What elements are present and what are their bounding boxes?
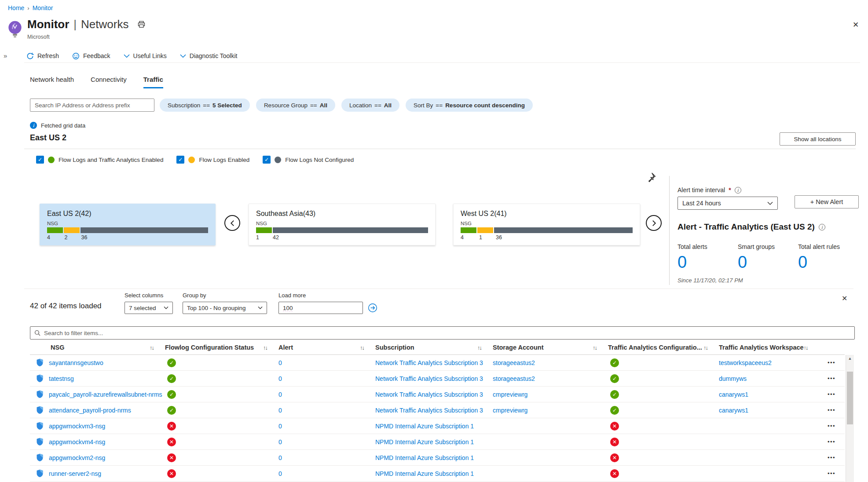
- ip-address-search-input[interactable]: [30, 99, 154, 112]
- filter-pill[interactable]: Sort By == Resource count descending: [406, 99, 533, 112]
- alert-count-link[interactable]: 0: [278, 407, 282, 414]
- row-context-menu-icon[interactable]: •••: [828, 375, 835, 382]
- sort-icon[interactable]: ↑↓: [263, 344, 267, 351]
- row-context-menu-icon[interactable]: •••: [828, 423, 835, 429]
- tab-connectivity[interactable]: Connectivity: [91, 76, 127, 88]
- vertical-scrollbar[interactable]: ▲: [846, 355, 854, 482]
- new-alert-button[interactable]: + New Alert: [795, 195, 859, 208]
- column-header[interactable]: Alert ↑↓: [278, 344, 375, 351]
- row-context-menu-icon[interactable]: •••: [828, 470, 835, 477]
- row-context-menu-icon[interactable]: •••: [828, 391, 835, 398]
- nsg-link[interactable]: appgwmockvm3-nsg: [49, 423, 105, 430]
- ta-workspace-link[interactable]: testworkspaceeus2: [719, 359, 772, 366]
- nsg-status-bar: [47, 227, 208, 233]
- tab-traffic[interactable]: Traffic: [143, 76, 163, 88]
- alert-time-interval-dropdown[interactable]: Last 24 hours: [678, 197, 778, 210]
- checkbox-checked-icon[interactable]: ✓: [36, 156, 44, 164]
- load-more-input[interactable]: [278, 302, 363, 314]
- filter-pill[interactable]: Location == All: [341, 99, 399, 112]
- alert-count-link[interactable]: 0: [278, 438, 282, 445]
- nsg-shield-icon: [36, 374, 44, 383]
- scroll-up-icon[interactable]: ▲: [846, 356, 854, 361]
- subscription-link[interactable]: Network Traffic Analytics Subscription 3: [375, 407, 483, 414]
- row-context-menu-icon[interactable]: •••: [828, 359, 835, 366]
- ta-workspace-link[interactable]: canaryws1: [719, 391, 748, 398]
- filter-pill[interactable]: Subscription == 5 Selected: [160, 99, 250, 112]
- checkbox-checked-icon[interactable]: ✓: [176, 156, 184, 164]
- sort-icon[interactable]: ↑↓: [477, 344, 481, 351]
- toolbar-button[interactable]: Refresh: [26, 52, 59, 60]
- toolbar-button[interactable]: Diagnostic Toolkit: [180, 52, 238, 59]
- alert-count-link[interactable]: 0: [278, 391, 282, 398]
- sort-icon[interactable]: ↑↓: [703, 344, 707, 351]
- subscription-link[interactable]: Network Traffic Analytics Subscription 3: [375, 359, 483, 366]
- subscription-link[interactable]: NPMD Internal Azure Subscription 1: [375, 423, 474, 430]
- close-icon[interactable]: ✕: [853, 20, 859, 29]
- close-icon[interactable]: ✕: [842, 294, 847, 303]
- location-card[interactable]: West US 2(41) NSG 4136: [453, 204, 640, 245]
- print-icon[interactable]: [137, 20, 146, 29]
- filter-pill[interactable]: Resource Group == All: [256, 99, 335, 112]
- checkbox-checked-icon[interactable]: ✓: [263, 156, 271, 164]
- column-header[interactable]: Flowlog Configuration Status ↑↓: [165, 344, 278, 351]
- nsg-link[interactable]: attendance_payroll-prod-nrms: [49, 407, 131, 414]
- group-by-dropdown[interactable]: Top 100 - No grouping: [183, 302, 267, 314]
- storage-account-link[interactable]: cmpreviewrg: [493, 391, 527, 398]
- row-context-menu-icon[interactable]: •••: [828, 438, 835, 445]
- info-icon[interactable]: i: [735, 187, 741, 194]
- sort-icon[interactable]: ↑↓: [804, 344, 808, 351]
- sort-icon[interactable]: ↑↓: [150, 344, 154, 351]
- legend-item[interactable]: ✓ Flow Logs Enabled: [176, 156, 249, 164]
- nsg-link[interactable]: tatestnsg: [49, 375, 74, 382]
- nsg-link[interactable]: appgwmockvm4-nsg: [49, 438, 105, 445]
- ta-workspace-link[interactable]: dummyws: [719, 375, 747, 382]
- storage-account-link[interactable]: cmpreviewrg: [493, 407, 527, 414]
- subscription-link[interactable]: Network Traffic Analytics Subscription 3: [375, 375, 483, 382]
- location-card[interactable]: East US 2(42) NSG 4236: [40, 204, 216, 245]
- column-header[interactable]: Traffic Analytics Workspace ↑↓: [719, 344, 818, 351]
- nsg-link[interactable]: appgwmockvm2-nsg: [49, 454, 105, 461]
- nsg-link[interactable]: runner-server2-nsg: [49, 470, 101, 477]
- subscription-link[interactable]: NPMD Internal Azure Subscription 1: [375, 454, 474, 461]
- alert-count-link[interactable]: 0: [278, 454, 282, 461]
- location-card[interactable]: Southeast Asia(43) NSG 142: [249, 204, 436, 245]
- tab-network-health[interactable]: Network health: [30, 76, 74, 88]
- row-context-menu-icon[interactable]: •••: [828, 407, 835, 413]
- breadcrumb-monitor-link[interactable]: Monitor: [33, 4, 53, 11]
- nsg-link[interactable]: sayantannsgeustwo: [49, 359, 103, 366]
- segment-count: 2: [64, 234, 80, 241]
- column-header[interactable]: Subscription ↑↓: [375, 344, 493, 351]
- alert-count-link[interactable]: 0: [278, 470, 282, 477]
- legend-item[interactable]: ✓ Flow Logs and Traffic Analytics Enable…: [36, 156, 163, 164]
- toolbar-button[interactable]: Useful Links: [124, 52, 167, 59]
- carousel-next-button[interactable]: [646, 215, 662, 231]
- subscription-link[interactable]: NPMD Internal Azure Subscription 1: [375, 470, 474, 477]
- nsg-link[interactable]: paycalc_payroll-azurefirewallsubnet-nrms: [49, 391, 162, 398]
- column-header[interactable]: Storage Account ↑↓: [493, 344, 608, 351]
- storage-account-link[interactable]: storageeastus2: [493, 359, 535, 366]
- carousel-previous-button[interactable]: [224, 215, 240, 231]
- alert-count-link[interactable]: 0: [278, 423, 282, 430]
- sort-icon[interactable]: ↑↓: [593, 344, 597, 351]
- alert-count-link[interactable]: 0: [278, 375, 282, 382]
- select-columns-dropdown[interactable]: 7 selected: [125, 302, 173, 314]
- alert-count-link[interactable]: 0: [278, 359, 282, 366]
- row-context-menu-icon[interactable]: •••: [828, 454, 835, 461]
- subscription-link[interactable]: Network Traffic Analytics Subscription 3: [375, 391, 483, 398]
- breadcrumb-home-link[interactable]: Home: [8, 4, 24, 11]
- toolbar-button[interactable]: Feedback: [72, 52, 110, 60]
- load-more-go-icon[interactable]: [368, 303, 377, 314]
- column-header[interactable]: NSG ↑↓: [30, 344, 165, 351]
- sort-icon[interactable]: ↑↓: [360, 344, 364, 351]
- legend-item[interactable]: ✓ Flow Logs Not Configured: [263, 156, 354, 164]
- subscription-link[interactable]: NPMD Internal Azure Subscription 1: [375, 438, 474, 445]
- expand-sidebar-icon[interactable]: »: [4, 52, 7, 59]
- pin-icon[interactable]: [645, 172, 657, 185]
- table-filter-input[interactable]: [44, 330, 850, 336]
- show-all-locations-button[interactable]: Show all locations: [780, 132, 856, 146]
- column-header[interactable]: Traffic Analytics Configuratio... ↑↓: [608, 344, 719, 351]
- info-icon[interactable]: i: [819, 224, 825, 230]
- scrollbar-thumb[interactable]: [847, 372, 853, 424]
- storage-account-link[interactable]: storageeastus2: [493, 375, 535, 382]
- ta-workspace-link[interactable]: canaryws1: [719, 407, 748, 414]
